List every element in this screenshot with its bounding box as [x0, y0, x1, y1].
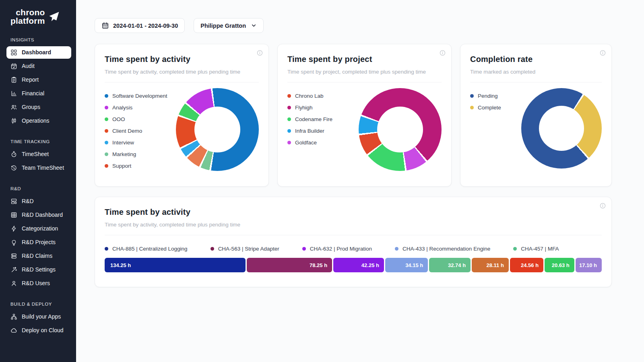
- legend-item-client-demo[interactable]: Client Demo: [105, 128, 176, 134]
- info-icon[interactable]: [439, 49, 446, 56]
- legend-item-codename-fire[interactable]: Codename Fire: [287, 116, 359, 122]
- legend-dot: [105, 117, 108, 121]
- legend-item-software-development[interactable]: Software Development: [105, 93, 176, 99]
- legend-dot: [105, 94, 108, 98]
- sidebar-item-categorization[interactable]: Categorization: [6, 222, 71, 235]
- info-icon[interactable]: [599, 49, 606, 56]
- sidebar-item-randd-settings[interactable]: R&D Settings: [6, 263, 71, 276]
- bar-segment-7[interactable]: 24.56 h: [510, 258, 543, 272]
- info-icon[interactable]: [599, 202, 606, 209]
- bar-segment-9[interactable]: 17.10 h: [576, 258, 602, 272]
- donut-hole: [539, 106, 584, 151]
- sidebar-item-randd-dashboard[interactable]: R&D Dashboard: [6, 209, 71, 221]
- sidebar-item-label: Audit: [22, 63, 35, 69]
- sidebar-item-deploy-on-cloud[interactable]: Deploy on Cloud: [6, 324, 71, 337]
- bar-segment-3[interactable]: 42.25 h: [333, 258, 384, 272]
- legend-dot: [105, 152, 108, 156]
- date-range-picker[interactable]: 2024-01-01 - 2024-09-30: [95, 18, 185, 33]
- financial-chart-icon: [10, 90, 17, 97]
- legend-item-cha-433-recommendation-engine[interactable]: CHA-433 | Recommendation Engine: [395, 246, 490, 252]
- report-clipboard-icon: [10, 76, 17, 83]
- sidebar-item-randd-projects[interactable]: R&D Projects: [6, 236, 71, 249]
- legend-item-chrono-lab[interactable]: Chrono Lab: [287, 93, 359, 99]
- sidebar-item-label: Deploy on Cloud: [22, 327, 64, 333]
- legend-item-marketing[interactable]: Marketing: [105, 151, 176, 157]
- donut-hole: [194, 107, 240, 152]
- legend-item-cha-563-stripe-adapter[interactable]: CHA-563 | Stripe Adapter: [211, 246, 279, 252]
- bar-segment-8[interactable]: 20.63 h: [545, 258, 574, 272]
- sidebar-item-label: Operations: [22, 117, 49, 124]
- legend-item-goldface[interactable]: Goldface: [287, 140, 359, 146]
- legend-item-interview[interactable]: Interview: [105, 140, 176, 146]
- sidebar-item-financial[interactable]: Financial: [6, 87, 71, 100]
- team-timesheet-history-icon: [10, 165, 17, 171]
- legend-item-flyhigh[interactable]: Flyhigh: [287, 105, 359, 111]
- sidebar-item-randd-claims[interactable]: R&D Claims: [6, 250, 71, 262]
- legend-item-pending[interactable]: Pending: [470, 93, 521, 99]
- rnd-claims-server-icon: [10, 253, 17, 259]
- legend-item-infra-builder[interactable]: Infra Builder: [287, 128, 359, 134]
- legend-item-cha-885-centralized-logging[interactable]: CHA-885 | Centralized Logging: [105, 246, 188, 252]
- donut-chart-time-spent-by-project[interactable]: [359, 88, 442, 171]
- legend-label: Chrono Lab: [295, 93, 324, 99]
- bar-segment-4[interactable]: 34.15 h: [385, 258, 428, 272]
- sidebar-item-label: R&D Dashboard: [22, 212, 63, 218]
- donut-chart-body: Chrono LabFlyhighCodename FireInfra Buil…: [287, 82, 442, 171]
- sidebar-section-time-tracking: TIME TRACKING: [0, 139, 76, 144]
- rnd-dashboard-grid-icon: [10, 212, 17, 218]
- legend-dot: [287, 94, 291, 98]
- dashboard-icon: [10, 49, 17, 56]
- main-content: 2024-01-01 - 2024-09-30 Philippe Gratton…: [76, 0, 644, 362]
- rnd-layout-icon: [10, 198, 17, 205]
- sidebar-item-randd[interactable]: R&D: [6, 195, 71, 208]
- sidebar-item-randd-users[interactable]: R&D Users: [6, 277, 71, 290]
- sidebar-item-report[interactable]: Report: [6, 74, 71, 86]
- user-menu[interactable]: Philippe Gratton: [194, 18, 264, 33]
- date-range-value: 2024-01-01 - 2024-09-30: [113, 23, 178, 29]
- groups-people-icon: [10, 104, 17, 111]
- sidebar-item-build-your-apps[interactable]: Build your Apps: [6, 311, 71, 323]
- donut-hole: [377, 107, 423, 152]
- legend-item-cha-632-prod-migration[interactable]: CHA-632 | Prod Migration: [302, 246, 372, 252]
- legend-dot: [105, 164, 108, 168]
- sidebar-item-label: R&D Settings: [22, 266, 56, 273]
- legend-label: CHA-885 | Centralized Logging: [112, 246, 188, 252]
- sidebar-item-team-timesheet[interactable]: Team TimeSheet: [6, 162, 71, 174]
- legend-item-analysis[interactable]: Analysis: [105, 105, 176, 111]
- donut-chart-time-spent-by-activity[interactable]: [176, 88, 259, 171]
- legend-label: Goldface: [295, 140, 317, 146]
- operations-sliders-icon: [10, 117, 17, 124]
- legend-dot: [287, 141, 291, 144]
- legend-label: CHA-563 | Stripe Adapter: [218, 246, 279, 252]
- legend-item-cha-457-mfa[interactable]: CHA-457 | MFA: [513, 246, 559, 252]
- legend-dot: [287, 117, 291, 121]
- sidebar-item-groups[interactable]: Groups: [6, 101, 71, 113]
- sidebar-section-build-and-deploy: BUILD & DEPLOY: [0, 302, 76, 306]
- card-title: Time spent by activity: [105, 208, 602, 217]
- brand-text: chrono platform: [10, 8, 45, 25]
- legend-label: Client Demo: [112, 128, 142, 134]
- sidebar-item-dashboard[interactable]: Dashboard: [6, 46, 71, 59]
- legend-label: Complete: [478, 105, 501, 111]
- bar-segment-5[interactable]: 32.74 h: [429, 258, 471, 272]
- bar-segment-2[interactable]: 78.25 h: [247, 258, 332, 272]
- sidebar-item-timesheet[interactable]: TimeSheet: [6, 148, 71, 160]
- donut-chart-completion-rate[interactable]: [521, 88, 602, 169]
- legend-item-ooo[interactable]: OOO: [105, 116, 176, 122]
- legend-label: Support: [112, 163, 131, 169]
- legend-label: OOO: [112, 116, 125, 122]
- legend-dot: [105, 129, 108, 133]
- info-icon[interactable]: [256, 49, 263, 56]
- bar-segment-6[interactable]: 28.11 h: [472, 258, 509, 272]
- legend-item-support[interactable]: Support: [105, 163, 176, 169]
- card-subtitle: Time marked as completed: [470, 69, 602, 75]
- legend-label: Analysis: [112, 105, 132, 111]
- sidebar-item-label: R&D Claims: [22, 253, 52, 259]
- legend-item-complete[interactable]: Complete: [470, 105, 521, 111]
- sidebar-item-audit[interactable]: Audit: [6, 60, 71, 72]
- bar-segment-1[interactable]: 134.25 h: [105, 258, 246, 272]
- sidebar-item-operations[interactable]: Operations: [6, 115, 71, 127]
- card-title: Time spent by project: [287, 55, 442, 64]
- sidebar-item-label: R&D: [22, 198, 34, 204]
- audit-calendar-icon: [10, 63, 17, 70]
